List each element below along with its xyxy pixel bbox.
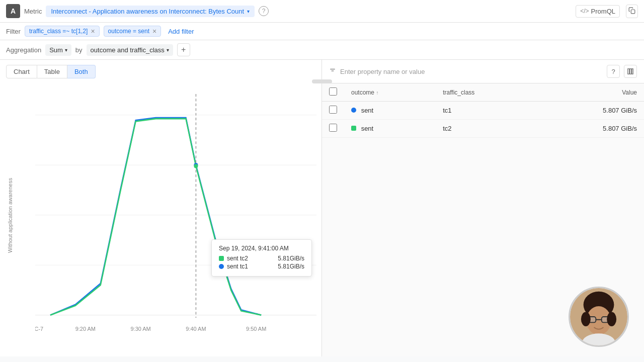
svg-point-34 (581, 312, 591, 327)
svg-rect-24 (632, 69, 633, 74)
th-outcome[interactable]: outcome ↑ (344, 83, 436, 102)
tab-table[interactable]: Table (37, 65, 67, 78)
row-0-checkbox[interactable] (329, 106, 337, 114)
traffic-class-value-1: tc2 (443, 125, 451, 132)
svg-text:9:20 AM: 9:20 AM (75, 326, 96, 332)
panel-filter-icon (329, 67, 336, 76)
top-bar: A Metric Interconnect - Application awar… (0, 0, 644, 23)
filter-chip-1[interactable]: outcome = sent × (104, 26, 162, 37)
table-row: sent tc1 5.807 GiB/s (322, 102, 644, 120)
td-checkbox-0[interactable] (322, 102, 344, 120)
aggregation-label: Aggregation (6, 46, 41, 54)
table-row: sent tc2 5.807 GiB/s (322, 120, 644, 138)
promql-label: PromQL (591, 8, 615, 15)
panel-help-button[interactable]: ? (607, 65, 620, 78)
series-dot-0 (351, 108, 356, 113)
outcome-value-0: sent (361, 107, 374, 114)
svg-rect-22 (628, 69, 629, 74)
add-filter-button[interactable]: Add filter (165, 26, 197, 37)
th-traffic-class[interactable]: traffic_class (436, 83, 537, 102)
td-outcome-0: sent (344, 102, 436, 120)
series-square-1 (351, 126, 356, 131)
sort-icon-outcome: ↑ (376, 90, 378, 96)
y-axis-label: Without application awareness (7, 183, 13, 253)
filter-chip-0-close[interactable]: × (91, 28, 95, 35)
chart-section: Chart Table Both Without application awa… (0, 60, 322, 356)
add-aggregation-button[interactable]: + (177, 43, 190, 56)
code-icon: </> (580, 8, 589, 15)
panel-header: Enter property name or value ? (322, 60, 644, 83)
tab-both[interactable]: Both (67, 65, 96, 78)
table-header-row: outcome ↑ traffic_class Value (322, 83, 644, 102)
td-outcome-1: sent (344, 120, 436, 138)
panel-filter-label: Enter property name or value (340, 68, 425, 75)
chart-svg: 8GiB/s 6GiB/s 4GiB/s 2GiB/s 0 UTC-7 9:20… (35, 83, 316, 341)
promql-button[interactable]: </> PromQL (576, 5, 620, 18)
tab-chart[interactable]: Chart (6, 65, 37, 78)
aggregation-func-select[interactable]: Sum ▾ (45, 44, 71, 56)
svg-text:9:50 AM: 9:50 AM (246, 326, 266, 332)
svg-point-18 (194, 164, 198, 168)
filter-chip-1-close[interactable]: × (152, 28, 156, 35)
filter-bar-label: Filter (6, 28, 21, 35)
svg-rect-23 (630, 69, 631, 74)
row-1-checkbox[interactable] (329, 124, 337, 132)
aggregation-by-chevron: ▾ (167, 47, 169, 53)
help-icon[interactable]: ? (259, 6, 269, 16)
svg-text:9:30 AM: 9:30 AM (130, 326, 150, 332)
panel-columns-button[interactable] (624, 65, 637, 78)
filter-chip-1-text: outcome = sent (108, 28, 149, 35)
td-checkbox-1[interactable] (322, 120, 344, 138)
svg-point-35 (607, 312, 616, 327)
aggregation-func-text: Sum (49, 46, 63, 54)
aggregation-by-text: outcome and traffic_class (91, 46, 165, 54)
td-value-0: 5.807 GiB/s (537, 102, 644, 120)
metric-label: Metric (24, 8, 42, 15)
main-area: Chart Table Both Without application awa… (0, 60, 644, 356)
svg-rect-0 (631, 10, 635, 14)
aggregation-func-chevron: ▾ (65, 47, 67, 53)
filter-chip-0-text: traffic_class =~ tc[1,2] (29, 28, 88, 35)
data-table: outcome ↑ traffic_class Value (322, 83, 644, 138)
td-traffic-class-0: tc1 (436, 102, 537, 120)
row-value-1: 5.807 GiB/s (603, 125, 637, 132)
panel-filter-input[interactable] (429, 68, 603, 75)
user-avatar (569, 287, 629, 347)
metric-chevron-icon: ▾ (247, 9, 250, 14)
filter-chip-0[interactable]: traffic_class =~ tc[1,2] × (25, 26, 100, 37)
traffic-class-value-0: tc1 (443, 107, 451, 114)
copy-button[interactable] (626, 5, 638, 18)
avatar-svg (570, 287, 627, 347)
panel-actions: ? (607, 65, 637, 78)
by-label: by (75, 46, 83, 54)
aggregation-by-select[interactable]: outcome and traffic_class ▾ (87, 44, 173, 56)
view-tabs: Chart Table Both (0, 60, 321, 78)
metric-text: Interconnect - Application awareness on … (51, 8, 244, 15)
th-value-label: Value (622, 89, 637, 96)
outcome-value-1: sent (361, 125, 374, 132)
aggregation-bar: Aggregation Sum ▾ by outcome and traffic… (0, 40, 644, 60)
select-all-checkbox[interactable] (329, 87, 337, 96)
th-value[interactable]: Value (537, 83, 644, 102)
th-checkbox (322, 83, 344, 102)
chart-wrapper: Without application awareness 8GiB/s 6Gi… (0, 78, 321, 356)
th-traffic-class-label: traffic_class (443, 89, 474, 96)
th-outcome-label: outcome (351, 89, 374, 96)
row-value-0: 5.807 GiB/s (603, 107, 637, 114)
td-traffic-class-1: tc2 (436, 120, 537, 138)
svg-text:9:40 AM: 9:40 AM (186, 326, 206, 332)
td-value-1: 5.807 GiB/s (537, 120, 644, 138)
svg-text:UTC-7: UTC-7 (35, 326, 43, 332)
panel-badge: A (6, 4, 20, 18)
filter-bar: Filter traffic_class =~ tc[1,2] × outcom… (0, 23, 644, 40)
metric-selector[interactable]: Interconnect - Application awareness on … (46, 6, 255, 17)
